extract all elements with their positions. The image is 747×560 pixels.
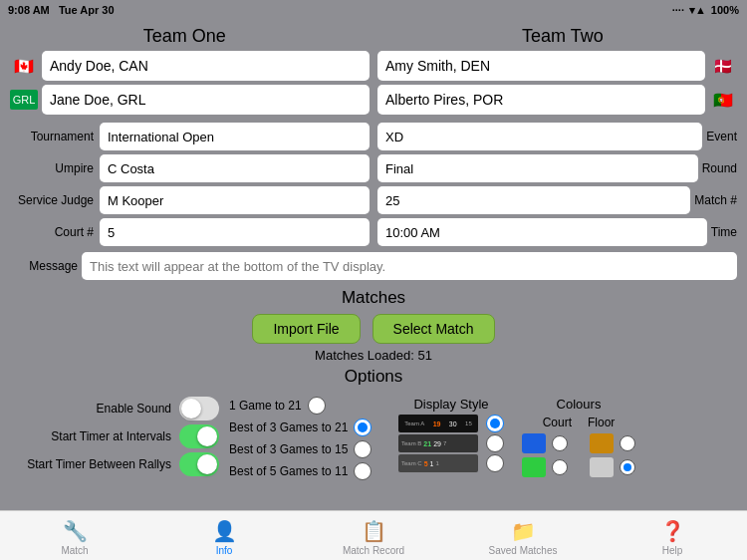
options-toggles: Enable Sound Start Timer at Intervals St…	[20, 397, 219, 476]
game-option-radio[interactable]	[308, 397, 326, 415]
display-style-row: Team C 5 1 1	[398, 454, 504, 472]
saved-matches-tab-label: Saved Matches	[489, 545, 558, 556]
floor-label: Floor	[588, 416, 615, 429]
player-row: GRL	[10, 85, 370, 115]
floor-radio-1[interactable]	[620, 435, 635, 451]
service-judge-input[interactable]	[100, 186, 370, 214]
display-style-radio-1[interactable]	[486, 415, 504, 432]
court-radio-2[interactable]	[552, 459, 568, 475]
display-style-radio-3[interactable]	[486, 454, 504, 472]
options-title: Options	[10, 367, 737, 387]
floor-color-2[interactable]	[590, 457, 614, 477]
game-option-radio[interactable]	[354, 419, 372, 436]
court-radio-1[interactable]	[552, 435, 568, 451]
denmark-flag: 🇩🇰	[709, 56, 737, 76]
message-input[interactable]	[82, 252, 737, 280]
game-option-row: Best of 3 Games to 15	[229, 440, 388, 458]
import-file-button[interactable]: Import File	[252, 314, 360, 344]
tab-help[interactable]: ❓ Help	[598, 515, 747, 556]
time-row: Time	[377, 218, 737, 246]
tournament-input[interactable]	[100, 123, 370, 150]
display-previews: Team A 19 30 15 Team B 21 29 7	[398, 415, 504, 472]
info-icon: 👤	[212, 519, 237, 543]
court-color-1[interactable]	[522, 433, 546, 453]
game-option-row: Best of 3 Games to 21	[229, 419, 388, 436]
display-style-title: Display Style	[413, 397, 488, 412]
tab-bar: 🔧 Match 👤 Info 📋 Match Record 📁 Saved Ma…	[0, 510, 747, 560]
court-color-2[interactable]	[522, 457, 546, 477]
round-row: Round	[377, 154, 737, 182]
team-one-players: 🇨🇦 GRL	[10, 51, 370, 115]
service-judge-label: Service Judge	[10, 193, 100, 207]
portugal-flag: 🇵🇹	[709, 90, 737, 110]
time-input[interactable]	[377, 218, 707, 246]
timer-intervals-row: Start Timer at Intervals	[20, 424, 219, 448]
event-label: Event	[702, 130, 737, 143]
colour-row	[522, 433, 635, 453]
form-section: Tournament Umpire Service Judge Court # …	[10, 123, 737, 246]
team-two-players: 🇩🇰 🇵🇹	[377, 51, 737, 115]
match-number-row: Match #	[377, 186, 737, 214]
timer-intervals-toggle[interactable]	[179, 424, 219, 448]
player-one-input[interactable]	[42, 51, 370, 81]
game-option-radio[interactable]	[354, 440, 372, 458]
game-option-label: Best of 3 Games to 15	[229, 442, 348, 456]
display-style-section: Display Style Team A 19 30 15 Team B	[398, 397, 504, 472]
display-thumb-1: Team A 19 30 15	[398, 415, 478, 432]
team-two-header: Team Two	[388, 26, 737, 47]
player-three-input[interactable]	[377, 51, 705, 81]
status-time: 9:08 AM Tue Apr 30	[8, 4, 115, 16]
matches-loaded: Matches Loaded: 51	[10, 348, 737, 363]
timer-rallys-label: Start Timer Between Rallys	[27, 457, 171, 471]
game-option-row: 1 Game to 21	[229, 397, 388, 415]
court-label: Court	[543, 416, 572, 429]
game-options: 1 Game to 21 Best of 3 Games to 21 Best …	[229, 397, 388, 480]
saved-matches-icon: 📁	[511, 519, 536, 543]
player-row: 🇵🇹	[377, 85, 737, 115]
colours-title: Colours	[557, 397, 602, 412]
umpire-label: Umpire	[10, 161, 100, 175]
matches-title: Matches	[10, 288, 737, 308]
umpire-input[interactable]	[100, 154, 370, 182]
match-number-label: Match #	[690, 193, 737, 207]
game-option-row: Best of 5 Games to 11	[229, 462, 388, 480]
court-input[interactable]	[100, 218, 370, 246]
event-input[interactable]	[377, 123, 702, 150]
display-style-radio-2[interactable]	[486, 434, 504, 452]
match-tab-label: Match	[61, 545, 88, 556]
matches-buttons: Import File Select Match	[10, 314, 737, 344]
game-option-label: 1 Game to 21	[229, 399, 302, 413]
select-match-button[interactable]: Select Match	[373, 314, 495, 344]
player-row: 🇩🇰	[377, 51, 737, 81]
enable-sound-label: Enable Sound	[97, 402, 171, 416]
greenland-flag: GRL	[10, 90, 38, 110]
match-record-icon: 📋	[362, 519, 386, 543]
player-four-input[interactable]	[377, 85, 705, 115]
match-number-input[interactable]	[377, 186, 690, 214]
round-label: Round	[698, 161, 737, 175]
enable-sound-toggle[interactable]	[179, 397, 219, 420]
display-style-row: Team B 21 29 7	[398, 434, 504, 452]
options-section: Enable Sound Start Timer at Intervals St…	[10, 393, 737, 484]
wifi-icon: ▾▲	[689, 4, 706, 17]
round-input[interactable]	[377, 154, 698, 182]
floor-color-1[interactable]	[590, 433, 614, 453]
umpire-row: Umpire	[10, 154, 370, 182]
game-option-radio[interactable]	[354, 462, 372, 480]
timer-rallys-toggle[interactable]	[179, 452, 219, 476]
form-right: Event Round Match # Time	[377, 123, 737, 246]
help-icon: ❓	[660, 519, 685, 543]
display-thumb-3: Team C 5 1 1	[398, 454, 478, 472]
colours-section: Colours Court Floor	[514, 397, 643, 477]
tab-match[interactable]: 🔧 Match	[0, 515, 149, 556]
tab-saved-matches[interactable]: 📁 Saved Matches	[448, 515, 598, 556]
battery-icon: 100%	[711, 4, 739, 16]
player-row: 🇨🇦	[10, 51, 370, 81]
enable-sound-row: Enable Sound	[20, 397, 219, 420]
floor-radio-2[interactable]	[620, 459, 635, 475]
display-thumb-2: Team B 21 29 7	[398, 434, 478, 452]
player-two-input[interactable]	[42, 85, 370, 115]
tab-info[interactable]: 👤 Info	[149, 515, 299, 556]
event-row: Event	[377, 123, 737, 150]
tab-match-record[interactable]: 📋 Match Record	[299, 515, 448, 556]
